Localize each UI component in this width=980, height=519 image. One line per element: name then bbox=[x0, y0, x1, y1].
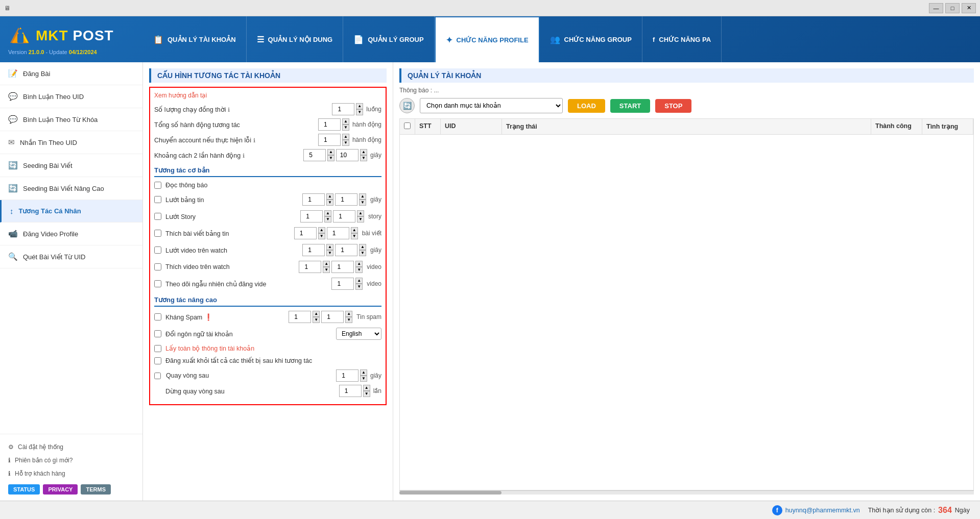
khang-spam-up2[interactable]: ▲ bbox=[345, 311, 352, 317]
tab-quan-ly-tai-khoan[interactable]: 📋 QUẢN LÝ TÀI KHOẢN bbox=[143, 16, 247, 62]
tab-chuc-nang-profile[interactable]: ✦ CHỨC NĂNG PROFILE bbox=[435, 16, 540, 62]
theo-doi-up1[interactable]: ▲ bbox=[355, 278, 363, 284]
luot-video-watch-input2[interactable] bbox=[335, 244, 357, 256]
theo-doi-input1[interactable] bbox=[331, 278, 354, 290]
label-lay-thong-tin[interactable]: Lấy toàn bộ thông tin tài khoản bbox=[165, 344, 381, 352]
minimize-button[interactable]: — bbox=[929, 3, 943, 13]
sidebar-item-binh-luan-tu-khoa[interactable]: 💬 Bình Luận Theo Từ Khóa bbox=[0, 108, 142, 131]
khoang-cach-input2[interactable] bbox=[336, 149, 358, 161]
checkbox-quay-vong[interactable] bbox=[154, 373, 161, 379]
tab-quan-ly-group[interactable]: 📄 QUẢN LÝ GROUP bbox=[343, 16, 434, 62]
luot-video-watch-down2[interactable]: ▼ bbox=[359, 250, 366, 256]
hint-link[interactable]: Xem hướng dẫn tại bbox=[154, 92, 381, 99]
thich-video-watch-down2[interactable]: ▼ bbox=[355, 267, 363, 273]
quay-vong-input[interactable] bbox=[336, 369, 358, 382]
thich-bai-viet-down1[interactable]: ▼ bbox=[318, 233, 325, 239]
luot-story-down1[interactable]: ▼ bbox=[324, 216, 331, 223]
thich-bai-viet-down2[interactable]: ▼ bbox=[351, 233, 358, 239]
sidebar-item-tuong-tac[interactable]: ↕ Tương Tác Cá Nhân bbox=[0, 200, 142, 223]
checkbox-luot-video-watch[interactable] bbox=[154, 246, 161, 254]
thich-bai-viet-up2[interactable]: ▲ bbox=[351, 227, 358, 233]
maximize-button[interactable]: □ bbox=[945, 3, 960, 13]
checkbox-thich-bai-viet[interactable] bbox=[154, 230, 161, 237]
dung-quay-vong-up[interactable]: ▲ bbox=[363, 385, 370, 391]
luot-bang-tin-up1[interactable]: ▲ bbox=[326, 193, 333, 200]
khoang-cach-down1[interactable]: ▼ bbox=[327, 155, 334, 161]
chuyen-account-input[interactable] bbox=[318, 134, 341, 146]
scroll-thumb[interactable] bbox=[399, 491, 501, 495]
thich-bai-viet-input2[interactable] bbox=[327, 227, 349, 239]
luot-video-watch-up2[interactable]: ▲ bbox=[359, 244, 366, 250]
sidebar-item-binh-luan-uid[interactable]: 💬 Bình Luận Theo UID bbox=[0, 85, 142, 108]
khoang-cach-down2[interactable]: ▼ bbox=[360, 155, 367, 161]
luot-story-up2[interactable]: ▲ bbox=[357, 210, 364, 216]
title-bar-controls[interactable]: — □ ✕ bbox=[929, 3, 976, 13]
tong-so-down[interactable]: ▼ bbox=[342, 125, 349, 131]
thich-video-watch-input2[interactable] bbox=[331, 261, 354, 273]
luot-story-up1[interactable]: ▲ bbox=[324, 210, 331, 216]
ho-tro-item[interactable]: ℹ Hỗ trợ khách hàng bbox=[8, 467, 134, 480]
thich-video-watch-input1[interactable] bbox=[299, 261, 321, 273]
tong-so-up[interactable]: ▲ bbox=[342, 118, 349, 125]
select-all-checkbox[interactable] bbox=[404, 122, 411, 129]
thich-video-watch-up1[interactable]: ▲ bbox=[323, 261, 330, 267]
checkbox-lay-thong-tin[interactable] bbox=[154, 345, 161, 352]
khang-spam-down1[interactable]: ▼ bbox=[313, 317, 320, 323]
luot-video-watch-up1[interactable]: ▲ bbox=[326, 244, 333, 250]
luot-bang-tin-down1[interactable]: ▼ bbox=[326, 200, 333, 206]
load-button[interactable]: LOAD bbox=[568, 99, 605, 113]
checkbox-luot-bang-tin[interactable] bbox=[154, 196, 161, 203]
checkbox-theo-doi[interactable] bbox=[154, 280, 161, 287]
checkbox-khang-spam[interactable] bbox=[154, 313, 161, 320]
quay-vong-down[interactable]: ▼ bbox=[360, 376, 367, 382]
terms-button[interactable]: TERMS bbox=[81, 484, 111, 495]
so-luong-input[interactable] bbox=[332, 103, 354, 115]
luot-story-input2[interactable] bbox=[333, 210, 355, 223]
khoang-cach-input1[interactable] bbox=[303, 149, 326, 161]
luot-bang-tin-input1[interactable] bbox=[302, 193, 325, 206]
khang-spam-input1[interactable] bbox=[289, 311, 311, 323]
dung-quay-vong-input[interactable] bbox=[339, 385, 362, 397]
checkbox-dang-xuat[interactable] bbox=[154, 357, 161, 364]
thich-bai-viet-up1[interactable]: ▲ bbox=[318, 227, 325, 233]
so-luong-up[interactable]: ▲ bbox=[356, 103, 363, 109]
chuyen-account-up[interactable]: ▲ bbox=[342, 134, 349, 140]
khang-spam-up1[interactable]: ▲ bbox=[313, 311, 320, 317]
tab-chuc-nang-group[interactable]: 👥 CHỨC NĂNG GROUP bbox=[540, 16, 642, 62]
privacy-button[interactable]: PRIVACY bbox=[43, 484, 78, 495]
tong-so-input[interactable] bbox=[318, 118, 341, 131]
luot-video-watch-input1[interactable] bbox=[302, 244, 325, 256]
chuyen-account-down[interactable]: ▼ bbox=[342, 140, 349, 146]
refresh-button[interactable]: 🔄 bbox=[399, 98, 415, 113]
luot-bang-tin-up2[interactable]: ▲ bbox=[359, 193, 366, 200]
khang-spam-down2[interactable]: ▼ bbox=[345, 317, 352, 323]
status-button[interactable]: STATUS bbox=[8, 484, 40, 495]
sidebar-item-seeding-nang-cao[interactable]: 🔄 Seeding Bài Viết Nâng Cao bbox=[0, 177, 142, 200]
sidebar-item-dang-bai[interactable]: 📝 Đăng Bài bbox=[0, 62, 142, 85]
checkbox-thich-video-watch[interactable] bbox=[154, 263, 161, 270]
khang-spam-input2[interactable] bbox=[321, 311, 344, 323]
thich-video-watch-up2[interactable]: ▲ bbox=[355, 261, 363, 267]
start-button[interactable]: START bbox=[610, 99, 650, 113]
checkbox-luot-story[interactable] bbox=[154, 213, 161, 220]
phien-ban-item[interactable]: ℹ Phiên bản có gì mới? bbox=[8, 454, 134, 467]
close-button[interactable]: ✕ bbox=[962, 3, 976, 13]
account-category-select[interactable]: Chọn danh mục tài khoản bbox=[420, 98, 563, 113]
sidebar-item-dang-video[interactable]: 📹 Đăng Video Profile bbox=[0, 223, 142, 245]
horizontal-scrollbar[interactable] bbox=[399, 490, 974, 495]
tab-chuc-nang-pa[interactable]: f CHỨC NĂNG PA bbox=[642, 16, 722, 62]
checkbox-doi-ngon-ngu[interactable] bbox=[154, 330, 161, 337]
theo-doi-down1[interactable]: ▼ bbox=[355, 284, 363, 290]
sidebar-item-quet-bai-viet[interactable]: 🔍 Quét Bài Viết Từ UID bbox=[0, 245, 142, 268]
sidebar-item-nhan-tin[interactable]: ✉ Nhắn Tin Theo UID bbox=[0, 131, 142, 154]
luot-video-watch-down1[interactable]: ▼ bbox=[326, 250, 333, 256]
thich-video-watch-down1[interactable]: ▼ bbox=[323, 267, 330, 273]
luot-bang-tin-down2[interactable]: ▼ bbox=[359, 200, 366, 206]
luot-story-down2[interactable]: ▼ bbox=[357, 216, 364, 223]
khoang-cach-up2[interactable]: ▲ bbox=[360, 149, 367, 155]
quay-vong-up[interactable]: ▲ bbox=[360, 369, 367, 376]
stop-button[interactable]: STOP bbox=[655, 99, 691, 113]
checkbox-doc-thong-bao[interactable] bbox=[154, 182, 161, 189]
footer-email[interactable]: f huynnq@phanmemmkt.vn bbox=[772, 505, 860, 515]
khoang-cach-up1[interactable]: ▲ bbox=[327, 149, 334, 155]
